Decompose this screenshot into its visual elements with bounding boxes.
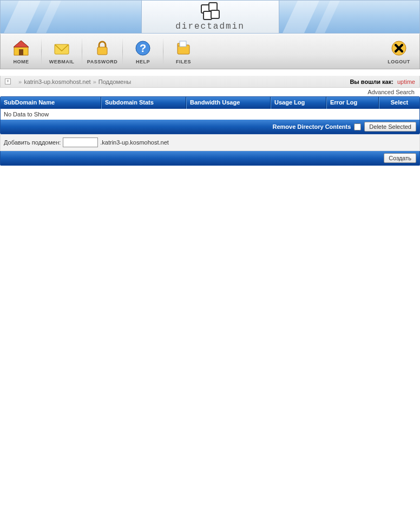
col-error-header[interactable]: Error Log [326, 97, 379, 109]
col-stats-header[interactable]: Subdomain Stats [101, 97, 186, 109]
help-label: HELP [136, 59, 150, 64]
create-subdomain-bar: Создать [0, 151, 420, 166]
logout-icon [390, 39, 408, 57]
expand-icon[interactable]: + [5, 78, 11, 84]
webmail-button[interactable]: WEBMAIL [42, 35, 81, 68]
breadcrumb: + » katrin3-up.kosmohost.net » Поддомены… [0, 76, 420, 88]
no-data-row: No Data to Show [1, 109, 419, 120]
help-icon: ? [134, 39, 152, 57]
remove-contents-label: Remove Directory Contents [272, 123, 351, 130]
password-label: PASSWORD [87, 59, 117, 64]
top-banner: directadmin [0, 0, 420, 34]
banner-left-decoration [1, 1, 141, 33]
home-icon [12, 39, 30, 57]
table-actions: Remove Directory Contents Delete Selecte… [1, 120, 419, 134]
lock-icon [93, 39, 111, 57]
home-button[interactable]: HOME [2, 35, 41, 68]
breadcrumb-section: Поддомены [99, 78, 131, 85]
mail-icon [52, 39, 71, 57]
brand-text: directadmin [175, 22, 245, 31]
webmail-label: WEBMAIL [49, 59, 75, 64]
col-usage-header[interactable]: Usage Log [271, 97, 326, 109]
help-button[interactable]: ? HELP [123, 35, 162, 68]
files-icon [174, 39, 193, 57]
main-toolbar: HOME WEBMAIL PASSWORD ? HELP FILES LOGOU… [0, 34, 420, 69]
delete-selected-button[interactable]: Delete Selected [364, 122, 416, 132]
files-button[interactable]: FILES [164, 35, 203, 68]
col-name-header[interactable]: SubDomain Name [1, 97, 101, 109]
subdomain-table: SubDomain Name Subdomain Stats Bandwidth… [0, 96, 420, 134]
breadcrumb-domain[interactable]: katrin3-up.kosmohost.net [24, 78, 91, 85]
svg-rect-2 [19, 49, 23, 55]
current-user-link[interactable]: uptime [397, 78, 415, 85]
svg-marker-1 [14, 41, 29, 47]
add-subdomain-label: Добавить поддомен: [4, 139, 61, 146]
domain-suffix: .katrin3-up.kosmohost.net [100, 139, 169, 146]
svg-text:?: ? [140, 42, 146, 54]
files-label: FILES [176, 59, 191, 64]
add-subdomain-form: Добавить поддомен: .katrin3-up.kosmohost… [0, 134, 420, 151]
create-button[interactable]: Создать [384, 153, 416, 163]
col-select-header[interactable]: Select [379, 97, 419, 109]
remove-contents-checkbox[interactable] [354, 123, 361, 130]
advanced-search-link[interactable]: Advanced Search [0, 88, 420, 96]
logout-label: LOGOUT [388, 59, 410, 64]
svg-rect-9 [180, 41, 186, 47]
svg-rect-4 [97, 47, 107, 55]
banner-right-decoration [279, 1, 420, 33]
subdomain-input[interactable] [63, 138, 98, 147]
logo-icon [201, 2, 219, 21]
logged-in-label: Вы вошли как: uptime [350, 78, 415, 85]
table-header-row: SubDomain Name Subdomain Stats Bandwidth… [1, 97, 419, 109]
password-button[interactable]: PASSWORD [83, 35, 122, 68]
home-label: HOME [14, 59, 29, 64]
col-bandwidth-header[interactable]: Bandwidth Usage [186, 97, 271, 109]
brand-panel: directadmin [141, 1, 279, 33]
logout-button[interactable]: LOGOUT [379, 35, 418, 68]
